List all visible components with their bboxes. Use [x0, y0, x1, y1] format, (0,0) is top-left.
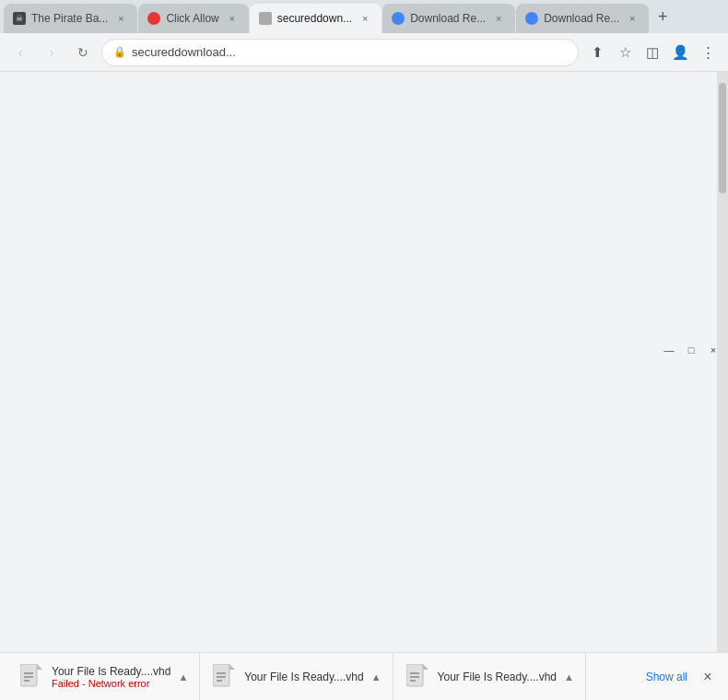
download-item-info-1: Your File Is Ready....vhd Failed - Netwo… — [52, 665, 170, 689]
tab-label-piratebay: The Pirate Ba... — [31, 12, 108, 25]
tab-clickallow[interactable]: Click Allow × — [138, 4, 248, 33]
download-item-name-1: Your File Is Ready....vhd — [52, 665, 170, 678]
shelf-item-chevron-1[interactable]: ▲ — [178, 671, 188, 682]
download-item-info-2: Your File Is Ready....vhd — [244, 671, 363, 683]
profile-icon[interactable]: 👤 — [667, 40, 693, 65]
new-tab-button[interactable]: + — [650, 4, 675, 29]
download-item-1[interactable]: Your File Is Ready....vhd Failed - Netwo… — [7, 653, 200, 700]
download-item-name-2: Your File Is Ready....vhd — [244, 671, 363, 683]
svg-rect-8 — [213, 664, 229, 686]
refresh-icon: ↻ — [77, 45, 88, 60]
tab-download1[interactable]: Download Re... × — [382, 4, 515, 33]
omnibox[interactable]: 🔒 secureddownload... — [101, 39, 579, 66]
tab-label-clickallow: Click Allow — [166, 12, 218, 25]
share-icon[interactable]: ⬆ — [584, 40, 610, 65]
download-item-name-3: Your File Is Ready....vhd — [438, 671, 557, 683]
download-file-icon-2 — [211, 664, 237, 690]
page-wrapper: PC Click To View ishoom File: Your%20Fil… — [0, 72, 728, 652]
tab-piratebay[interactable]: ☠ The Pirate Ba... × — [4, 4, 137, 33]
tab-label-secureddownload: secureddown... — [277, 12, 352, 25]
tab-favicon-dl1 — [392, 12, 405, 25]
svg-rect-13 — [406, 664, 423, 686]
download-item-3[interactable]: Your File Is Ready....vhd ▲ — [393, 653, 586, 700]
download-file-icon-1 — [18, 664, 44, 690]
tab-close-piratebay[interactable]: × — [113, 11, 128, 26]
tab-secureddownload[interactable]: secureddown... × — [250, 4, 382, 33]
security-lock-icon: 🔒 — [113, 46, 126, 58]
tab-favicon-lock — [259, 12, 272, 25]
extensions-icon[interactable]: ◫ — [640, 40, 665, 65]
shelf-close-button[interactable]: × — [695, 664, 721, 690]
tab-download2[interactable]: Download Re... × — [516, 4, 649, 33]
download-shelf: Your File Is Ready....vhd Failed - Netwo… — [0, 652, 728, 700]
url-text: secureddownload... — [132, 45, 567, 59]
shelf-item-chevron-2[interactable]: ▲ — [371, 671, 382, 682]
back-icon: ‹ — [18, 45, 23, 60]
svg-rect-3 — [20, 664, 37, 686]
tabs-bar: ☠ The Pirate Ba... × Click Allow × secur… — [0, 0, 728, 33]
download-item-info-3: Your File Is Ready....vhd — [438, 671, 557, 683]
refresh-button[interactable]: ↻ — [70, 40, 96, 65]
tab-label-download2: Download Re... — [544, 12, 619, 25]
forward-button[interactable]: › — [39, 40, 65, 65]
svg-marker-9 — [229, 664, 235, 670]
tab-favicon-pirate: ☠ — [13, 12, 26, 25]
page-inner: PC Click To View ishoom File: Your%20Fil… — [0, 72, 728, 652]
scrollbar-thumb[interactable] — [719, 83, 726, 193]
tab-close-clickallow[interactable]: × — [225, 11, 240, 26]
tab-label-download1: Download Re... — [410, 12, 486, 25]
scrollbar[interactable] — [717, 72, 728, 652]
bookmark-icon[interactable]: ☆ — [612, 40, 638, 65]
browser-window: ☠ The Pirate Ba... × Click Allow × secur… — [0, 0, 728, 700]
menu-icon[interactable]: ⋮ — [695, 40, 721, 65]
forward-icon: › — [50, 45, 54, 60]
address-bar: ‹ › ↻ 🔒 secureddownload... ⬆ ☆ ◫ 👤 ⋮ — [0, 33, 728, 72]
tab-favicon-red — [147, 12, 160, 25]
tab-close-download1[interactable]: × — [491, 11, 506, 26]
show-all-button[interactable]: Show all — [639, 671, 695, 683]
download-file-icon-3 — [405, 664, 430, 690]
tab-close-secureddownload[interactable]: × — [358, 11, 372, 26]
tab-close-download2[interactable]: × — [625, 11, 640, 26]
svg-marker-4 — [37, 664, 42, 670]
svg-marker-14 — [423, 664, 429, 670]
back-button[interactable]: ‹ — [7, 40, 33, 65]
tab-favicon-dl2 — [525, 12, 538, 25]
download-item-2[interactable]: Your File Is Ready....vhd ▲ — [200, 653, 393, 700]
toolbar-icons: ⬆ ☆ ◫ 👤 ⋮ — [584, 40, 721, 65]
download-item-status-1: Failed - Network error — [52, 678, 170, 689]
shelf-item-chevron-3[interactable]: ▲ — [564, 671, 574, 682]
